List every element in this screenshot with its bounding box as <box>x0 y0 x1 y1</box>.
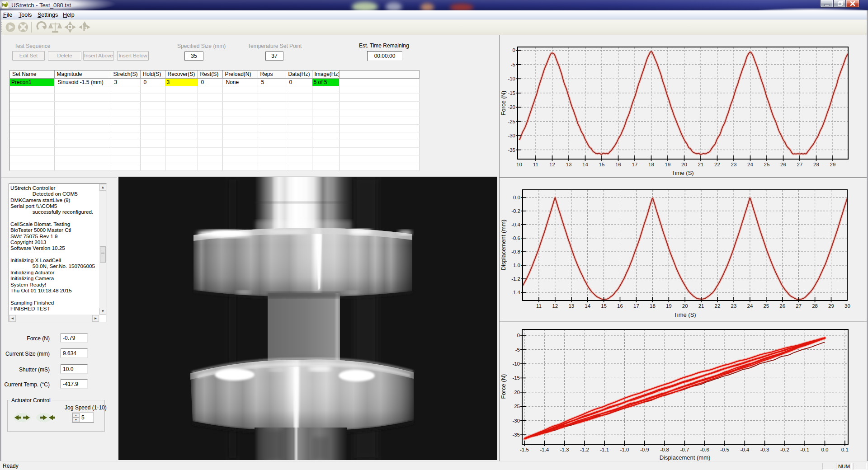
svg-text:-0.6: -0.6 <box>700 447 709 452</box>
svg-text:-20: -20 <box>512 390 520 395</box>
svg-text:-1.4: -1.4 <box>540 447 549 452</box>
svg-text:-1.3: -1.3 <box>560 447 569 452</box>
svg-text:-15: -15 <box>512 375 520 381</box>
svg-text:-1.0: -1.0 <box>620 447 629 452</box>
svg-text:-0.5: -0.5 <box>720 447 729 452</box>
svg-text:-1.5: -1.5 <box>520 447 529 452</box>
svg-text:0: 0 <box>517 333 520 338</box>
svg-text:-30: -30 <box>512 418 520 423</box>
svg-text:Displacement (mm): Displacement (mm) <box>660 454 711 461</box>
svg-text:-0.2: -0.2 <box>780 447 789 452</box>
svg-text:-10: -10 <box>512 361 520 367</box>
svg-text:Force (N): Force (N) <box>500 374 507 399</box>
svg-text:-0.9: -0.9 <box>640 447 649 452</box>
svg-text:0.0: 0.0 <box>821 447 829 452</box>
svg-text:-1.1: -1.1 <box>600 447 609 452</box>
svg-text:-0.7: -0.7 <box>680 447 689 452</box>
svg-text:-0.1: -0.1 <box>800 447 809 452</box>
svg-text:-0.4: -0.4 <box>740 447 749 452</box>
svg-text:0.1: 0.1 <box>841 447 849 452</box>
svg-text:-1.2: -1.2 <box>580 447 589 452</box>
svg-text:-5: -5 <box>515 347 520 352</box>
svg-text:-35: -35 <box>512 432 520 437</box>
svg-text:-0.8: -0.8 <box>660 447 669 452</box>
svg-text:-25: -25 <box>512 404 520 409</box>
svg-text:-0.3: -0.3 <box>760 447 769 452</box>
